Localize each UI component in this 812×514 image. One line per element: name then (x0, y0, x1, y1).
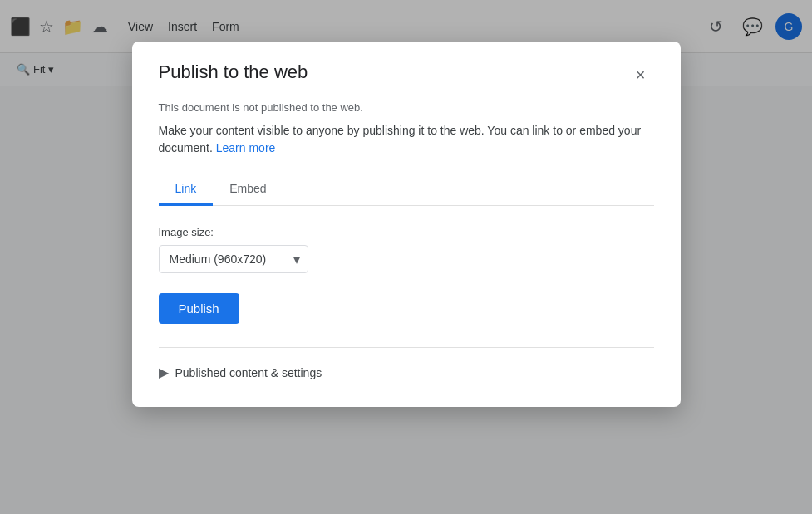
settings-row[interactable]: ▶ Published content & settings (159, 361, 654, 384)
publish-button[interactable]: Publish (159, 293, 239, 324)
select-wrapper: Small (320x240) Medium (960x720) Large (… (159, 245, 308, 273)
chevron-right-icon: ▶ (159, 365, 169, 380)
dialog-title: Publish to the web (159, 61, 308, 83)
learn-more-link[interactable]: Learn more (216, 141, 276, 154)
publish-dialog: Publish to the web × This document is no… (132, 42, 681, 407)
image-size-select[interactable]: Small (320x240) Medium (960x720) Large (… (159, 245, 308, 273)
dialog-divider (159, 347, 654, 348)
image-size-label: Image size: (159, 226, 654, 238)
dialog-tabs: Link Embed (159, 174, 654, 206)
close-button[interactable]: × (627, 61, 654, 88)
tab-embed[interactable]: Embed (213, 174, 283, 206)
tab-link[interactable]: Link (159, 174, 214, 206)
dialog-subtitle: This document is not published to the we… (159, 101, 654, 114)
settings-label: Published content & settings (175, 366, 322, 379)
dialog-header: Publish to the web × (159, 61, 654, 88)
dialog-description: Make your content visible to anyone by p… (159, 122, 654, 157)
image-size-field: Image size: Small (320x240) Medium (960x… (159, 226, 654, 293)
